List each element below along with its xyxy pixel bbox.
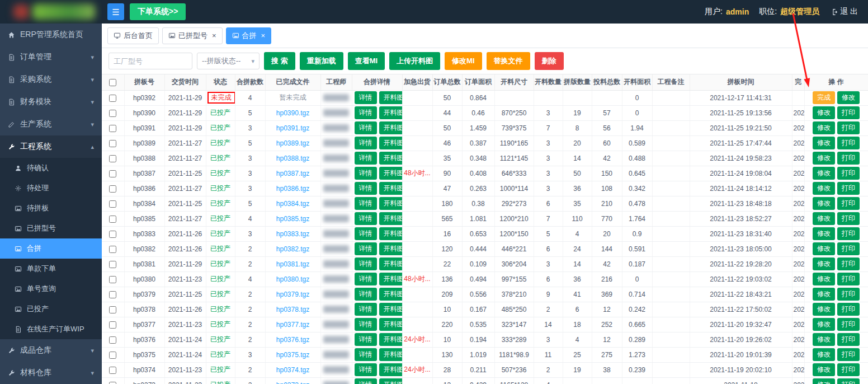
detail-button[interactable]: 详情 — [355, 378, 377, 384]
view-mi-button[interactable]: 查看MI — [348, 52, 385, 70]
file-link[interactable]: hp0385.tgz — [276, 215, 309, 223]
file-link[interactable]: hp0374.tgz — [276, 366, 309, 374]
edit-button[interactable]: 修改 — [813, 121, 835, 134]
cutting-diagram-button[interactable]: 开料图 — [379, 227, 403, 240]
finish-button[interactable]: 完成 — [813, 91, 835, 104]
print-button[interactable]: 打印 — [837, 227, 860, 240]
file-link[interactable]: hp0386.tgz — [276, 185, 309, 193]
print-button[interactable]: 打印 — [837, 378, 860, 384]
cutting-diagram-button[interactable]: 开料图 — [379, 363, 403, 376]
print-button[interactable]: 打印 — [837, 273, 860, 285]
edit-button[interactable]: 修改 — [813, 227, 835, 240]
detail-button[interactable]: 详情 — [355, 121, 377, 134]
row-checkbox[interactable] — [109, 216, 116, 223]
sidebar-item[interactable]: 成品仓库▾ — [0, 339, 102, 362]
reload-button[interactable]: 重新加载 — [300, 52, 343, 70]
sidebar-item[interactable]: 生产系统▾ — [0, 113, 102, 135]
row-checkbox[interactable] — [109, 306, 116, 313]
row-checkbox[interactable] — [109, 95, 116, 102]
file-link[interactable]: hp0384.tgz — [276, 200, 309, 208]
cutting-diagram-button[interactable]: 开料图 — [379, 121, 403, 134]
file-link[interactable]: hp0381.tgz — [276, 260, 309, 268]
file-link[interactable]: hp0375.tgz — [276, 351, 309, 359]
tab[interactable]: 已拼型号× — [162, 27, 223, 44]
edit-button[interactable]: 修改 — [813, 197, 835, 210]
sidebar-item[interactable]: 材料仓库▾ — [0, 362, 102, 384]
cutting-diagram-button[interactable]: 开料图 — [379, 106, 403, 119]
sidebar-subitem[interactable]: 单款下单 — [0, 259, 102, 279]
sidebar-subitem[interactable]: 待拼板 — [0, 198, 102, 218]
logout-button[interactable]: 退 出 — [831, 7, 858, 17]
edit-button[interactable]: 修改 — [813, 378, 835, 384]
detail-button[interactable]: 详情 — [355, 106, 377, 119]
sidebar-item[interactable]: ERP管理系统首页 — [0, 24, 102, 46]
panel-status-select[interactable]: --拼版状态-- ▾ — [197, 53, 260, 69]
edit-button[interactable]: 修改 — [813, 182, 835, 195]
order-system-button[interactable]: 下单系统>> — [130, 3, 186, 20]
tab[interactable]: 后台首页 — [107, 27, 159, 44]
detail-button[interactable]: 详情 — [355, 167, 377, 180]
detail-button[interactable]: 详情 — [355, 197, 377, 210]
edit-button[interactable]: 修改 — [813, 363, 835, 376]
edit-mi-button[interactable]: 修改MI — [445, 52, 482, 70]
detail-button[interactable]: 详情 — [355, 288, 377, 301]
cutting-diagram-button[interactable]: 开料图 — [379, 197, 403, 210]
row-checkbox[interactable] — [109, 155, 116, 162]
row-checkbox[interactable] — [109, 352, 116, 359]
print-button[interactable]: 打印 — [837, 121, 860, 134]
cutting-diagram-button[interactable]: 开料图 — [379, 318, 403, 331]
detail-button[interactable]: 详情 — [355, 257, 377, 270]
sidebar-item[interactable]: 订单管理▾ — [0, 46, 102, 68]
detail-button[interactable]: 详情 — [355, 137, 377, 149]
sidebar-collapse-button[interactable]: ☰ — [107, 3, 124, 20]
row-checkbox[interactable] — [109, 261, 116, 268]
print-button[interactable]: 打印 — [837, 197, 860, 210]
print-button[interactable]: 打印 — [837, 303, 860, 316]
edit-button[interactable]: 修改 — [813, 106, 835, 119]
row-checkbox[interactable] — [109, 336, 116, 344]
detail-button[interactable]: 详情 — [355, 348, 377, 361]
print-button[interactable]: 打印 — [837, 106, 860, 119]
cutting-diagram-button[interactable]: 开料图 — [379, 152, 403, 165]
row-checkbox[interactable] — [109, 231, 116, 238]
cutting-diagram-button[interactable]: 开料图 — [379, 212, 403, 225]
detail-button[interactable]: 详情 — [355, 227, 377, 240]
print-button[interactable]: 打印 — [837, 257, 860, 270]
edit-button[interactable]: 修改 — [813, 152, 835, 165]
upload-cutting-diagram-button[interactable]: 上传开料图 — [389, 52, 440, 70]
file-link[interactable]: hp0387.tgz — [276, 170, 309, 177]
file-link[interactable]: hp0379.tgz — [276, 291, 309, 298]
detail-button[interactable]: 详情 — [355, 303, 377, 316]
edit-button[interactable]: 修改 — [837, 91, 860, 104]
select-all-checkbox[interactable] — [109, 79, 116, 86]
cutting-diagram-button[interactable]: 开料图 — [379, 257, 403, 270]
close-icon[interactable]: × — [212, 32, 216, 39]
file-link[interactable]: hp0391.tgz — [276, 124, 309, 132]
detail-button[interactable]: 详情 — [355, 363, 377, 376]
file-link[interactable]: hp0382.tgz — [276, 245, 309, 253]
detail-button[interactable]: 详情 — [355, 242, 377, 255]
file-link[interactable]: hp0378.tgz — [276, 306, 309, 313]
file-link[interactable]: hp0389.tgz — [276, 139, 309, 147]
edit-button[interactable]: 修改 — [813, 257, 835, 270]
detail-button[interactable]: 详情 — [355, 152, 377, 165]
detail-button[interactable]: 详情 — [355, 318, 377, 331]
sidebar-subitem[interactable]: 在线生产订单WIP — [0, 319, 102, 339]
cutting-diagram-button[interactable]: 开料图 — [379, 333, 403, 346]
cutting-diagram-button[interactable]: 开料图 — [379, 348, 403, 361]
cutting-diagram-button[interactable]: 开料图 — [379, 288, 403, 301]
row-checkbox[interactable] — [109, 200, 116, 208]
sidebar-item[interactable]: 工程系统▴ — [0, 135, 102, 158]
file-link[interactable]: hp0380.tgz — [276, 275, 309, 283]
cutting-diagram-button[interactable]: 开料图 — [379, 137, 403, 149]
print-button[interactable]: 打印 — [837, 288, 860, 301]
row-checkbox[interactable] — [109, 367, 116, 374]
file-link[interactable]: hp0390.tgz — [276, 109, 309, 117]
print-button[interactable]: 打印 — [837, 333, 860, 346]
row-checkbox[interactable] — [109, 110, 116, 117]
row-checkbox[interactable] — [109, 125, 116, 132]
cutting-diagram-button[interactable]: 开料图 — [379, 378, 403, 384]
edit-button[interactable]: 修改 — [813, 348, 835, 361]
sidebar-subitem-active[interactable]: 合拼 — [0, 238, 102, 259]
print-button[interactable]: 打印 — [837, 348, 860, 361]
